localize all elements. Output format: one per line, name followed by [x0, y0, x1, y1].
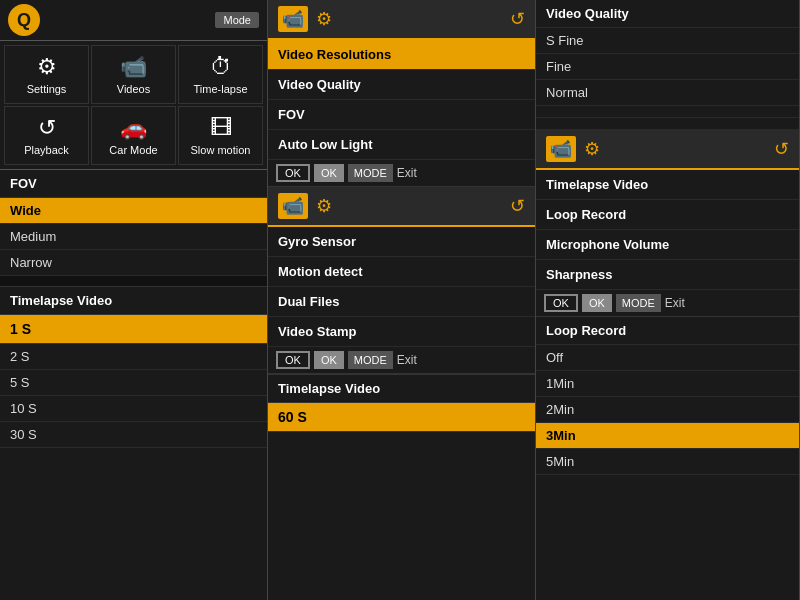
mid-button-row-1: OK OK MODE Exit [268, 160, 535, 187]
right-menu-sharpness[interactable]: Sharpness [536, 260, 799, 290]
mid-menu-auto-low-light[interactable]: Auto Low Light [268, 130, 535, 160]
right-loop-label: Loop Record [536, 317, 799, 345]
slowmotion-icon: 🎞 [210, 115, 232, 141]
nav-slowmotion-label: Slow motion [191, 144, 251, 156]
nav-grid: ⚙ Settings 📹 Videos ⏱ Time-lapse ↺ Playb… [0, 41, 267, 170]
mid-ok-hollow-btn[interactable]: OK [276, 164, 310, 182]
right-quality-normal[interactable]: Normal [536, 80, 799, 106]
fov-item-medium[interactable]: Medium [0, 224, 267, 250]
nav-timelapse[interactable]: ⏱ Time-lapse [178, 45, 263, 104]
nav-settings[interactable]: ⚙ Settings [4, 45, 89, 104]
timelapse-section-label: Timelapse Video [0, 286, 267, 315]
right-loop-2min[interactable]: 2Min [536, 397, 799, 423]
mid-exit-btn[interactable]: Exit [397, 166, 417, 180]
mid-video-icon-2[interactable]: 📹 [278, 193, 308, 219]
right-menu-timelapse[interactable]: Timelapse Video [536, 170, 799, 200]
mid-mode-btn-2[interactable]: MODE [348, 351, 393, 369]
mid-menu-motion-detect[interactable]: Motion detect [268, 257, 535, 287]
videos-icon: 📹 [120, 54, 147, 80]
mid-menu-gyro[interactable]: Gyro Sensor [268, 227, 535, 257]
timelapse-icon: ⏱ [210, 54, 232, 80]
fov-item-narrow[interactable]: Narrow [0, 250, 267, 276]
right-panel: Video Quality S Fine Fine Normal 📹 ⚙ ↺ T… [536, 0, 800, 600]
right-exit-btn[interactable]: Exit [665, 296, 685, 310]
right-menu-mic-volume[interactable]: Microphone Volume [536, 230, 799, 260]
right-quality-blank1 [536, 106, 799, 118]
mid-back-icon-2[interactable]: ↺ [510, 195, 525, 217]
mid-gear-icon-2[interactable]: ⚙ [316, 195, 332, 217]
nav-playback[interactable]: ↺ Playback [4, 106, 89, 165]
timelapse-item-5s[interactable]: 5 S [0, 370, 267, 396]
logo: Q [8, 4, 40, 36]
mid-timelapse-label: Timelapse Video [268, 374, 535, 403]
playback-icon: ↺ [38, 115, 56, 141]
mid-panel-header: 📹 ⚙ ↺ [268, 0, 535, 40]
mid-timelapse-value[interactable]: 60 S [268, 403, 535, 432]
mid-video-icon[interactable]: 📹 [278, 6, 308, 32]
nav-videos-label: Videos [117, 83, 150, 95]
mid-panel-header-2: 📹 ⚙ ↺ [268, 187, 535, 227]
right-loop-5min[interactable]: 5Min [536, 449, 799, 475]
right-quality-sfine[interactable]: S Fine [536, 28, 799, 54]
nav-settings-label: Settings [27, 83, 67, 95]
mid-gear-icon[interactable]: ⚙ [316, 8, 332, 30]
nav-slowmotion[interactable]: 🎞 Slow motion [178, 106, 263, 165]
mid-header-icons-2: 📹 ⚙ [278, 193, 332, 219]
right-button-row: OK OK MODE Exit [536, 290, 799, 317]
right-video-icon[interactable]: 📹 [546, 136, 576, 162]
top-bar: Q Mode [0, 0, 267, 41]
settings-icon: ⚙ [37, 54, 57, 80]
mid-header-icons: 📹 ⚙ [278, 6, 332, 32]
right-ok-hollow-btn[interactable]: OK [544, 294, 578, 312]
right-gear-icon[interactable]: ⚙ [584, 138, 600, 160]
right-back-icon[interactable]: ↺ [774, 138, 789, 160]
mid-mode-btn[interactable]: MODE [348, 164, 393, 182]
right-loop-1min[interactable]: 1Min [536, 371, 799, 397]
mid-ok-hollow-btn-2[interactable]: OK [276, 351, 310, 369]
mode-button[interactable]: Mode [215, 12, 259, 28]
mid-exit-btn-2[interactable]: Exit [397, 353, 417, 367]
right-quality-label: Video Quality [536, 0, 799, 28]
mid-menu-video-resolutions[interactable]: Video Resolutions [268, 40, 535, 70]
mid-menu-fov[interactable]: FOV [268, 100, 535, 130]
timelapse-item-10s[interactable]: 10 S [0, 396, 267, 422]
right-menu-loop-record[interactable]: Loop Record [536, 200, 799, 230]
mid-ok-solid-btn-2[interactable]: OK [314, 351, 344, 369]
timelapse-item-2s[interactable]: 2 S [0, 344, 267, 370]
right-ok-solid-btn[interactable]: OK [582, 294, 612, 312]
mid-menu-video-quality[interactable]: Video Quality [268, 70, 535, 100]
nav-videos[interactable]: 📹 Videos [91, 45, 176, 104]
mid-button-row-2: OK OK MODE Exit [268, 347, 535, 374]
mid-menu-dual-files[interactable]: Dual Files [268, 287, 535, 317]
nav-timelapse-label: Time-lapse [194, 83, 248, 95]
right-header-icons: 📹 ⚙ [546, 136, 600, 162]
nav-carmode-label: Car Mode [109, 144, 157, 156]
right-loop-3min[interactable]: 3Min [536, 423, 799, 449]
timelapse-item-1s[interactable]: 1 S [0, 315, 267, 344]
mid-ok-solid-btn[interactable]: OK [314, 164, 344, 182]
fov-label: FOV [0, 170, 267, 198]
carmode-icon: 🚗 [120, 115, 147, 141]
fov-item-wide[interactable]: Wide [0, 198, 267, 224]
right-mode-btn[interactable]: MODE [616, 294, 661, 312]
right-panel-header: 📹 ⚙ ↺ [536, 130, 799, 170]
mid-menu-video-stamp[interactable]: Video Stamp [268, 317, 535, 347]
nav-carmode[interactable]: 🚗 Car Mode [91, 106, 176, 165]
mid-back-icon[interactable]: ↺ [510, 8, 525, 30]
mid-panel: 📹 ⚙ ↺ Video Resolutions Video Quality FO… [268, 0, 536, 600]
nav-playback-label: Playback [24, 144, 69, 156]
right-loop-off[interactable]: Off [536, 345, 799, 371]
left-panel: Q Mode ⚙ Settings 📹 Videos ⏱ Time-lapse … [0, 0, 268, 600]
right-quality-fine[interactable]: Fine [536, 54, 799, 80]
timelapse-item-30s[interactable]: 30 S [0, 422, 267, 448]
right-quality-blank2 [536, 118, 799, 130]
